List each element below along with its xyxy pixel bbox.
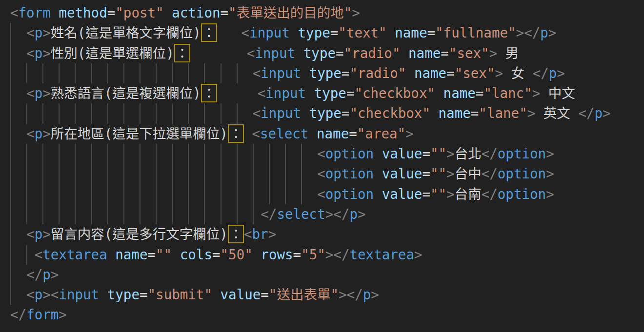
screenshot-root: { "editor": { "background": "#212121", "…: [0, 0, 644, 332]
syntax-punctuation: </: [533, 65, 549, 81]
syntax-tag-name: p: [540, 25, 548, 40]
indent-guides: [10, 83, 26, 103]
syntax-tag-name: option: [498, 146, 546, 161]
syntax-punctuation: <: [26, 85, 35, 101]
code-text: [301, 105, 309, 121]
indent-guides: [10, 103, 253, 123]
code-text: [295, 45, 303, 61]
syntax-punctuation: <: [26, 45, 35, 61]
syntax-equals: =: [212, 247, 221, 262]
syntax-punctuation: >: [42, 25, 51, 40]
syntax-equals: =: [330, 25, 339, 40]
code-text: [51, 5, 59, 20]
syntax-punctuation: >: [358, 206, 366, 222]
syntax-tag-name: input: [59, 287, 99, 302]
syntax-attribute-name: name: [443, 85, 476, 101]
syntax-punctuation: >: [42, 85, 51, 101]
code-text: [212, 287, 221, 302]
syntax-punctuation: </: [578, 105, 594, 121]
code-text: 中文: [540, 85, 575, 101]
code-text: [430, 105, 439, 121]
syntax-punctuation: <: [10, 5, 19, 20]
syntax-attribute-value: "area": [357, 126, 405, 141]
syntax-punctuation: <: [26, 126, 35, 141]
syntax-punctuation: <: [317, 146, 325, 161]
syntax-tag-name: p: [349, 206, 358, 222]
indent-guides: [10, 184, 317, 204]
syntax-punctuation: >: [352, 5, 360, 20]
syntax-attribute-value: "sex": [449, 45, 489, 61]
code-line-3: <p>性別(這是單選欄位)： <input type="radio" name=…: [10, 43, 644, 63]
syntax-punctuation: >: [42, 45, 51, 61]
unicode-highlight-colon: ：: [201, 84, 217, 102]
code-editor[interactable]: <form method="post" action="表單送出的目的地"> <…: [0, 0, 644, 332]
code-text: [290, 25, 298, 40]
syntax-equals: =: [427, 25, 435, 40]
syntax-tag-name: p: [35, 226, 43, 242]
indent-guides: [10, 144, 317, 164]
syntax-punctuation: <: [51, 287, 59, 302]
syntax-punctuation: <: [26, 226, 35, 242]
syntax-attribute-value: "radio": [344, 45, 401, 61]
code-text: [99, 287, 107, 302]
syntax-attribute-value: "": [430, 186, 446, 202]
syntax-attribute-name: name: [317, 126, 349, 141]
syntax-punctuation: >: [42, 287, 51, 302]
syntax-tag-name: form: [26, 307, 59, 322]
syntax-punctuation: >: [42, 126, 51, 141]
code-line-14: </p>: [10, 265, 644, 285]
indent-guides: [10, 164, 317, 184]
syntax-punctuation: >: [527, 105, 536, 121]
code-text: 台南: [455, 186, 482, 202]
syntax-punctuation: >: [557, 65, 565, 81]
syntax-attribute-name: name: [439, 105, 471, 121]
syntax-tag-name: p: [35, 25, 43, 40]
syntax-equals: =: [261, 287, 269, 302]
syntax-attribute-value: "checkbox": [349, 105, 430, 121]
syntax-tag-name: textarea: [349, 247, 414, 262]
syntax-punctuation: >: [325, 247, 334, 262]
syntax-attribute-value: "lanc": [483, 85, 532, 101]
unicode-highlight-colon: ：: [174, 44, 190, 62]
syntax-tag-name: input: [261, 65, 301, 81]
syntax-tag-name: p: [363, 287, 371, 302]
syntax-equals: =: [422, 186, 430, 202]
syntax-equals: =: [422, 146, 430, 161]
syntax-punctuation: </: [347, 287, 363, 302]
syntax-punctuation: >: [489, 45, 498, 61]
syntax-attribute-value: "": [430, 166, 446, 181]
syntax-tag-name: option: [498, 186, 546, 202]
code-text: [306, 85, 314, 101]
syntax-equals: =: [342, 65, 350, 81]
syntax-attribute-name: value: [382, 146, 423, 161]
syntax-tag-name: input: [249, 25, 290, 40]
code-text: [400, 45, 408, 61]
syntax-attribute-value: "radio": [349, 65, 406, 81]
code-text: 女: [503, 65, 533, 81]
syntax-tag-name: input: [261, 105, 301, 121]
syntax-attribute-name: name: [414, 65, 446, 81]
code-text: [308, 126, 317, 141]
syntax-punctuation: </: [261, 206, 277, 222]
syntax-tag-name: form: [19, 5, 51, 20]
code-line-9: <option value="">台中</option>: [10, 164, 644, 184]
indent-guides: [10, 245, 35, 265]
code-line-11: </select></p>: [10, 204, 644, 224]
syntax-attribute-value: "50": [221, 247, 253, 262]
syntax-tag-name: p: [549, 65, 557, 81]
syntax-attribute-value: "checkbox": [354, 85, 435, 101]
syntax-punctuation: <: [26, 287, 35, 302]
syntax-equals: =: [476, 85, 484, 101]
syntax-attribute-value: "fullname": [435, 25, 516, 40]
syntax-punctuation: >: [532, 85, 541, 101]
syntax-tag-name: option: [325, 166, 374, 181]
code-text: 台北: [455, 146, 482, 161]
code-text: 留言内容(這是多行文字欄位): [51, 226, 228, 242]
syntax-equals: =: [422, 166, 430, 181]
syntax-tag-name: input: [255, 45, 295, 61]
syntax-punctuation: >: [42, 226, 51, 242]
code-text: [217, 25, 242, 40]
indent-guides: [10, 224, 26, 244]
code-text: [374, 186, 382, 202]
code-text: [435, 85, 443, 101]
